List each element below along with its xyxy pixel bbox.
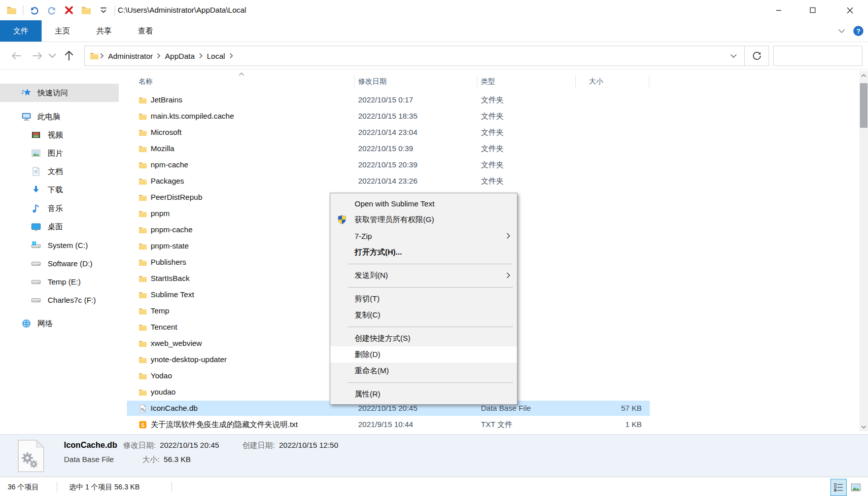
- sidebar-item-Software-D[interactable]: Software (D:): [0, 254, 119, 272]
- folder-icon: [138, 177, 147, 186]
- chevron-right-icon: [199, 53, 203, 59]
- system-drive-icon: [31, 240, 41, 250]
- column-header-modified[interactable]: 修改日期: [358, 71, 387, 91]
- column-divider[interactable]: [649, 75, 649, 88]
- scroll-up-arrow-icon[interactable]: [859, 71, 868, 80]
- undo-button[interactable]: [28, 4, 41, 17]
- column-header-size[interactable]: 大小: [589, 71, 603, 91]
- breadcrumb-segment[interactable]: AppData: [162, 52, 197, 60]
- file-modified-date: 2022/10/15 18:35: [358, 108, 418, 124]
- tab-查看[interactable]: 查看: [125, 20, 166, 42]
- sidebar-item-快速访问[interactable]: 快速访问: [0, 84, 119, 102]
- file-name: Publishers: [151, 254, 186, 270]
- menu-item-Open-with-Sublime-Text[interactable]: Open with Sublime Text: [330, 195, 517, 211]
- table-row[interactable]: main.kts.compiled.cache2022/10/15 18:35文…: [119, 108, 868, 124]
- thumbnails-view-button[interactable]: [850, 479, 862, 496]
- address-bar[interactable]: AdministratorAppDataLocal: [84, 46, 745, 66]
- breadcrumb-segment[interactable]: Administrator: [105, 52, 156, 60]
- minimize-button[interactable]: [767, 0, 790, 20]
- chevron-right-icon: [157, 53, 161, 59]
- scrollbar[interactable]: [859, 71, 868, 431]
- search-input[interactable]: [774, 46, 868, 65]
- scrollbar-thumb[interactable]: [860, 83, 867, 128]
- table-row[interactable]: Microsoft2022/10/14 23:04文件夹: [119, 124, 868, 140]
- column-divider[interactable]: [354, 75, 355, 88]
- menu-item-属性-R[interactable]: 属性(R): [330, 386, 517, 402]
- scroll-down-arrow-icon[interactable]: [859, 422, 868, 431]
- menu-item-删除-D[interactable]: 删除(D): [330, 346, 517, 363]
- status-divider: [171, 482, 172, 492]
- close-button[interactable]: [838, 0, 861, 20]
- sidebar-item-下载[interactable]: 下载: [0, 181, 119, 199]
- up-arrow-icon[interactable]: [62, 49, 76, 63]
- tab-共享[interactable]: 共享: [83, 20, 125, 42]
- menu-item-label: 打开方式(H)...: [355, 247, 402, 257]
- title-bar: C:\Users\Administrator\AppData\Local: [0, 0, 868, 20]
- folder-button[interactable]: [5, 4, 18, 17]
- sidebar-item-文档[interactable]: 文档: [0, 162, 119, 181]
- drive-icon: [31, 295, 41, 305]
- sidebar-item-Charles7c-F[interactable]: Charles7c (F:): [0, 291, 119, 309]
- sidebar-item-音乐[interactable]: 音乐: [0, 199, 119, 218]
- menu-item-7-Zip[interactable]: 7-Zip: [330, 228, 517, 244]
- menu-item-打开方式-H[interactable]: 打开方式(H)...: [330, 244, 517, 260]
- file-name: pnpm-cache: [151, 222, 193, 238]
- created-date-value: 2022/10/15 12:50: [279, 441, 338, 449]
- menu-item-获取管理员所有权限-G[interactable]: 获取管理员所有权限(G): [330, 211, 517, 228]
- menu-item-创建快捷方式-S[interactable]: 创建快捷方式(S): [330, 330, 517, 346]
- tab-文件[interactable]: 文件: [0, 20, 42, 42]
- help-icon[interactable]: ?: [853, 25, 864, 37]
- table-row[interactable]: JetBrains2022/10/15 0:17文件夹: [119, 92, 868, 108]
- details-view-button[interactable]: [830, 479, 847, 496]
- ribbon-tabs: 文件主页共享查看: [0, 20, 868, 42]
- svg-text:?: ?: [856, 27, 860, 35]
- recent-locations-chevron-icon[interactable]: [48, 49, 57, 63]
- sidebar-item-label: System (C:): [48, 241, 88, 250]
- table-row[interactable]: S关于流氓软件免疫生成的隐藏文件夹说明.txt2021/9/15 10:44TX…: [119, 416, 868, 433]
- table-row[interactable]: Mozilla2022/10/15 0:39文件夹: [119, 140, 868, 157]
- menu-separator: [330, 379, 517, 386]
- sidebar-item-label: Software (D:): [48, 259, 92, 268]
- sidebar-item-桌面[interactable]: 桌面: [0, 218, 119, 236]
- details-file-type: Data Base File: [64, 455, 114, 464]
- sidebar-item-label: Charles7c (F:): [48, 296, 96, 304]
- sidebar-item-网络[interactable]: 网络: [0, 314, 119, 333]
- table-row[interactable]: npm-cache2022/10/15 20:39文件夹: [119, 157, 868, 173]
- column-header-name[interactable]: 名称: [138, 71, 153, 91]
- folder-icon: [138, 274, 147, 283]
- chevron-right-icon: [100, 53, 104, 59]
- sidebar-item-视频[interactable]: 视频: [0, 126, 119, 144]
- back-arrow-icon[interactable]: [9, 49, 23, 63]
- sidebar-item-此电脑[interactable]: 此电脑: [0, 108, 119, 126]
- breadcrumb-segment[interactable]: Local: [204, 52, 228, 60]
- file-name: xweb_webview: [151, 335, 202, 351]
- menu-item-剪切-T[interactable]: 剪切(T): [330, 291, 517, 307]
- sidebar-item-System-C[interactable]: System (C:): [0, 236, 119, 254]
- modified-date-label: 修改日期:: [123, 441, 156, 450]
- sidebar-item-Temp-E[interactable]: Temp (E:): [0, 272, 119, 291]
- file-name: StartIsBack: [151, 270, 190, 287]
- table-row[interactable]: Packages2022/10/14 23:26文件夹: [119, 173, 868, 189]
- maximize-button[interactable]: [801, 0, 824, 20]
- redo-button[interactable]: [45, 4, 58, 17]
- forward-arrow-icon[interactable]: [30, 49, 45, 63]
- refresh-button[interactable]: [745, 46, 769, 66]
- address-dropdown-button[interactable]: [723, 46, 744, 65]
- column-header-type[interactable]: 类型: [481, 71, 495, 91]
- folder-button[interactable]: [80, 4, 93, 17]
- delete-red-button[interactable]: [62, 4, 76, 17]
- menu-item-重命名-M[interactable]: 重命名(M): [330, 363, 517, 379]
- menu-item-复制-C[interactable]: 复制(C): [330, 307, 517, 323]
- tab-主页[interactable]: 主页: [42, 20, 83, 42]
- sidebar-item-图片[interactable]: 图片: [0, 144, 119, 162]
- explorer-window: C:\Users\Administrator\AppData\Local 文件主…: [0, 0, 868, 496]
- toolbar-dropdown-button[interactable]: [97, 4, 110, 17]
- undo-icon: [29, 5, 40, 15]
- ribbon-collapse-chevron-icon[interactable]: [838, 28, 846, 33]
- column-divider[interactable]: [477, 75, 477, 88]
- column-divider[interactable]: [575, 75, 576, 88]
- file-name: ynote-desktop-updater: [151, 351, 227, 368]
- items-count: 36 个项目: [8, 477, 39, 496]
- menu-item-发送到-N[interactable]: 发送到(N): [330, 267, 517, 284]
- file-name: IconCache.db: [151, 400, 198, 416]
